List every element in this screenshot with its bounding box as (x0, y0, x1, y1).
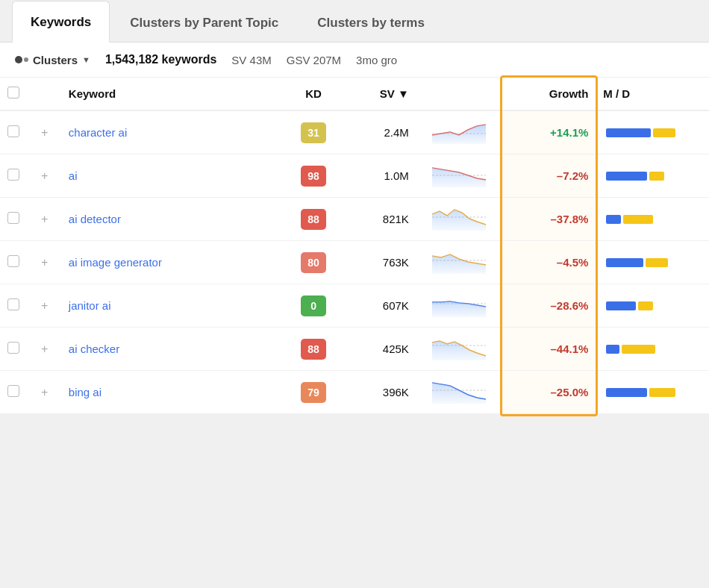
row-checkbox[interactable] (7, 169, 19, 181)
add-button[interactable]: + (41, 299, 48, 312)
growth-value: +14.1% (550, 126, 588, 139)
select-all-checkbox[interactable] (7, 87, 19, 98)
growth-cell: –37.8% (502, 198, 596, 241)
table-row: + ai detector 88 821K –37.8% (0, 198, 709, 241)
sv-value: 821K (383, 213, 409, 225)
keyword-cell: janitor ai (61, 284, 286, 328)
add-cell: + (34, 284, 61, 328)
growth-header[interactable]: Growth (502, 78, 596, 110)
md-bar-wrap (603, 345, 702, 354)
row-checkbox[interactable] (7, 385, 19, 397)
kd-cell: 80 (285, 241, 341, 284)
add-button[interactable]: + (41, 256, 48, 269)
growth-value: –7.2% (557, 169, 589, 182)
clusters-button[interactable]: Clusters ▼ (15, 54, 90, 66)
keyword-link[interactable]: ai checker (69, 343, 119, 355)
keyword-cell: character ai (61, 110, 286, 154)
table-header-row: Keyword KD SV ▼ Growth M / D (0, 78, 709, 110)
tab-terms[interactable]: Clusters by terms (299, 1, 443, 43)
tab-parent-topic[interactable]: Clusters by Parent Topic (111, 1, 297, 43)
sv-cell: 1.0M (342, 154, 416, 198)
dot-small (24, 57, 28, 62)
row-checkbox[interactable] (7, 298, 19, 310)
sv-cell: 2.4M (342, 110, 416, 154)
add-button[interactable]: + (41, 169, 48, 182)
keyword-cell: ai image generator (61, 241, 286, 284)
row-checkbox[interactable] (7, 212, 19, 224)
growth-value: –37.8% (550, 213, 588, 225)
growth-cell: –28.6% (502, 284, 596, 328)
clusters-label: Clusters (33, 54, 78, 66)
kd-badge: 98 (301, 166, 326, 187)
md-bar-blue (606, 258, 643, 267)
trend-cell (416, 110, 502, 154)
sv-cell: 763K (342, 241, 416, 284)
sv-cell: 821K (342, 198, 416, 241)
sv-value: 2.4M (384, 126, 408, 139)
growth-cell: –25.0% (502, 371, 596, 414)
md-bar-yellow (623, 215, 653, 224)
keyword-link[interactable]: ai image generator (69, 256, 162, 269)
kd-cell: 31 (285, 110, 341, 154)
row-checkbox-cell (0, 328, 34, 371)
row-checkbox[interactable] (7, 125, 19, 137)
sparkline (432, 378, 486, 404)
keyword-cell: ai (61, 154, 286, 198)
sv-value: 396K (383, 386, 409, 398)
sparkline (432, 205, 486, 231)
table-row: + bing ai 79 396K –25.0% (0, 371, 709, 414)
md-bar-wrap (603, 172, 702, 181)
table-row: + ai 98 1.0M –7.2% (0, 154, 709, 198)
md-bar-yellow (649, 172, 664, 181)
add-header (34, 78, 61, 110)
add-cell: + (34, 328, 61, 371)
md-bar-wrap (603, 215, 702, 224)
growth-value: –25.0% (550, 386, 588, 398)
sv-value: 607K (383, 299, 409, 312)
add-button[interactable]: + (41, 343, 48, 355)
keywords-table: Keyword KD SV ▼ Growth M / D (0, 78, 709, 414)
md-bar-wrap (603, 388, 702, 397)
trend-cell (416, 371, 502, 414)
chevron-down-icon: ▼ (82, 55, 90, 64)
trend-cell (416, 241, 502, 284)
kd-cell: 88 (285, 328, 341, 371)
table-row: + ai checker 88 425K –44.1% (0, 328, 709, 371)
kd-cell: 0 (285, 284, 341, 328)
table-row: + janitor ai 0 607K –28.6% (0, 284, 709, 328)
sv-header[interactable]: SV ▼ (342, 78, 416, 110)
sv-value: 1.0M (384, 169, 408, 182)
row-checkbox[interactable] (7, 255, 19, 267)
md-bar-yellow (649, 388, 675, 397)
md-bar-wrap (603, 258, 702, 267)
keyword-link[interactable]: janitor ai (69, 299, 111, 312)
md-cell (596, 154, 709, 198)
table-wrap: Keyword KD SV ▼ Growth M / D (0, 78, 709, 414)
gsv-stat: GSV 207M (287, 54, 341, 66)
add-cell: + (34, 110, 61, 154)
keyword-link[interactable]: bing ai (69, 386, 101, 398)
md-cell (596, 371, 709, 414)
row-checkbox[interactable] (7, 342, 19, 354)
add-button[interactable]: + (41, 126, 48, 139)
add-button[interactable]: + (41, 213, 48, 225)
row-checkbox-cell (0, 371, 34, 414)
trend-cell (416, 198, 502, 241)
add-button[interactable]: + (41, 386, 48, 398)
keyword-link[interactable]: character ai (69, 126, 127, 139)
sv-stat: SV 43M (231, 54, 271, 66)
growth-value: –44.1% (550, 343, 588, 355)
row-checkbox-cell (0, 284, 34, 328)
md-bar-blue (606, 172, 647, 181)
keyword-link[interactable]: ai detector (69, 213, 121, 225)
kd-cell: 79 (285, 371, 341, 414)
table-row: + ai image generator 80 763K –4.5% (0, 241, 709, 284)
tab-keywords[interactable]: Keywords (12, 1, 110, 43)
keyword-link[interactable]: ai (69, 169, 78, 182)
md-bar-wrap (603, 301, 702, 310)
row-checkbox-cell (0, 241, 34, 284)
md-cell (596, 284, 709, 328)
md-bar-yellow (622, 345, 655, 354)
add-cell: + (34, 154, 61, 198)
sv-value: 763K (383, 256, 409, 269)
